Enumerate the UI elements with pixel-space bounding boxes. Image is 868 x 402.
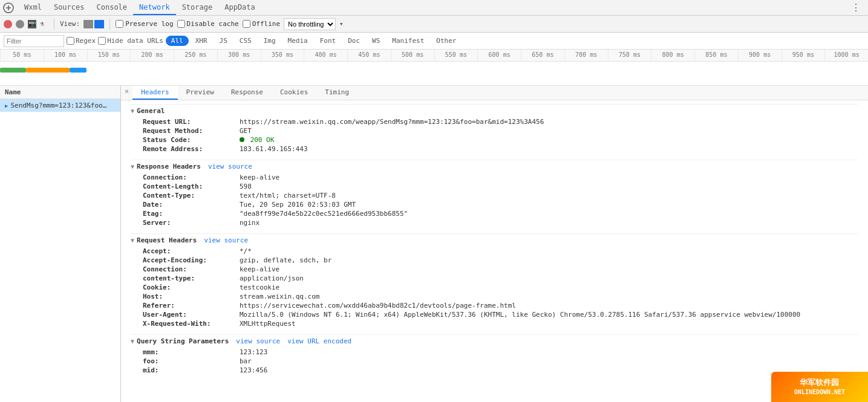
filter-chip-font[interactable]: Font: [315, 36, 342, 46]
prop-row: Server:nginx: [131, 218, 858, 227]
section-request-headers: ▼ Request Headers view source Accept:*/*…: [121, 230, 868, 331]
hide-data-checkbox[interactable]: [98, 37, 106, 45]
prop-row: X-Requested-With:XMLHttpRequest: [131, 319, 858, 328]
offline-checkbox[interactable]: [243, 20, 250, 28]
offline-label[interactable]: Offline: [243, 20, 280, 28]
right-panel: × Headers Preview Response Cookies Timin…: [121, 86, 868, 402]
throttle-select[interactable]: No throttling: [284, 18, 336, 30]
timeline-bar-connect: [26, 68, 70, 73]
view-grid-icon[interactable]: [94, 20, 104, 28]
section-query-string-header[interactable]: ▼ Query String Parameters view source vi…: [131, 334, 858, 348]
section-request-headers-header[interactable]: ▼ Request Headers view source: [131, 233, 858, 247]
tab-cookies[interactable]: Cookies: [272, 86, 316, 100]
section-response-headers: ▼ Response Headers view source Connectio…: [121, 156, 868, 230]
toggle-response-headers-icon: ▼: [131, 163, 134, 170]
tab-appdata[interactable]: AppData: [218, 1, 261, 15]
prop-row: foo:bar: [131, 357, 858, 366]
network-toolbar: 📷 ⚗ View: Preserve log Disable cache Off…: [0, 16, 868, 33]
regex-label[interactable]: Regex: [67, 37, 96, 45]
query-string-view-url-encoded[interactable]: view URL encoded: [287, 337, 351, 345]
regex-checkbox[interactable]: [67, 37, 74, 45]
watermark-text: 华军软件园 ONLINEDOWN.NET: [794, 378, 845, 396]
timeline-tick: 100 ms: [44, 50, 87, 61]
prop-row: Accept:*/*: [131, 247, 858, 256]
filter-chip-js[interactable]: JS: [214, 36, 233, 46]
prop-row: User-Agent:Mozilla/5.0 (Windows NT 6.1; …: [131, 310, 858, 319]
more-options-icon[interactable]: ⋮: [846, 2, 866, 13]
filter-button[interactable]: ⚗: [40, 20, 48, 28]
filter-chip-ws[interactable]: WS: [367, 36, 385, 46]
tab-network[interactable]: Network: [133, 1, 176, 15]
separator-2: [109, 19, 110, 30]
disable-cache-checkbox[interactable]: [177, 20, 185, 28]
timeline-tick: 600 ms: [477, 50, 521, 61]
timeline-tick: 750 ms: [608, 50, 651, 61]
timeline-bar-request: [70, 68, 87, 73]
view-toggle[interactable]: [83, 20, 104, 28]
timeline-tick: 650 ms: [521, 50, 564, 61]
right-panel-content: ▼ General Request URL: https://stream.we…: [121, 100, 868, 402]
timeline-tick: 800 ms: [651, 50, 694, 61]
section-response-headers-header[interactable]: ▼ Response Headers view source: [131, 160, 858, 173]
network-item-sendmsg[interactable]: ▶ SendMsg?mmm=123:123&foo...: [0, 99, 120, 112]
general-request-method: Request Method: GET: [131, 126, 858, 135]
preserve-log-checkbox[interactable]: [116, 20, 123, 28]
filter-chip-img[interactable]: Img: [258, 36, 281, 46]
tab-preview[interactable]: Preview: [178, 86, 223, 100]
filter-chip-all[interactable]: All: [166, 36, 189, 46]
section-general: ▼ General Request URL: https://stream.we…: [121, 100, 868, 156]
prop-row: Date:Tue, 20 Sep 2016 02:53:03 GMT: [131, 200, 858, 209]
filter-chip-media[interactable]: Media: [282, 36, 313, 46]
view-label: View:: [60, 20, 80, 28]
clear-button[interactable]: [16, 20, 24, 28]
hide-data-label[interactable]: Hide data URLs: [98, 37, 163, 45]
filter-chip-xhr[interactable]: XHR: [190, 36, 213, 46]
toggle-query-string-icon: ▼: [131, 338, 134, 345]
left-panel-header: Name: [0, 86, 120, 99]
disable-cache-label[interactable]: Disable cache: [177, 20, 239, 28]
filter-chip-css[interactable]: CSS: [234, 36, 257, 46]
prop-row: Content-Type:text/html; charset=UTF-8: [131, 191, 858, 200]
preserve-log-label[interactable]: Preserve log: [116, 20, 173, 28]
prop-row: Referer:https://servicewechat.com/wxdd46…: [131, 301, 858, 310]
timeline-bar-dns: [0, 68, 26, 73]
prop-row: mid:123:456: [131, 366, 858, 375]
tab-storage[interactable]: Storage: [176, 1, 219, 15]
tab-sources[interactable]: Sources: [48, 1, 91, 15]
record-button[interactable]: [4, 20, 12, 28]
timeline-tick: 350 ms: [261, 50, 304, 61]
filter-input[interactable]: [4, 35, 64, 47]
request-headers-view-source[interactable]: view source: [204, 236, 248, 244]
filter-bar: Regex Hide data URLs AllXHRJSCSSImgMedia…: [0, 33, 868, 50]
close-panel-button[interactable]: ×: [121, 86, 132, 100]
camera-button[interactable]: 📷: [28, 20, 36, 28]
query-string-fields: mmm:123:123foo:barmid:123:456: [131, 348, 858, 375]
section-general-header[interactable]: ▼ General: [131, 104, 858, 117]
timeline-tick: 300 ms: [217, 50, 261, 61]
filter-chip-manifest[interactable]: Manifest: [387, 36, 429, 46]
tab-wxml[interactable]: Wxml: [18, 1, 48, 15]
tab-headers[interactable]: Headers: [132, 86, 177, 100]
item-type-icon: ▶: [5, 103, 8, 109]
response-headers-view-source[interactable]: view source: [208, 163, 252, 170]
query-string-view-source[interactable]: view source: [236, 337, 280, 345]
tab-console[interactable]: Console: [90, 1, 133, 15]
prop-row: Cookie:testcookie: [131, 283, 858, 292]
timeline-tick: 450 ms: [347, 50, 391, 61]
prop-row: Content-Length:598: [131, 182, 858, 191]
general-status-code: Status Code: 200 OK: [131, 135, 858, 144]
timeline-tick: 200 ms: [130, 50, 174, 61]
status-ok-text: 200 OK: [250, 136, 275, 144]
prop-row: Connection:keep-alive: [131, 173, 858, 182]
devtools-tab-bar: Wxml Sources Console Network Storage App…: [0, 0, 868, 16]
timeline-tick: 150 ms: [87, 50, 131, 61]
tab-response[interactable]: Response: [223, 86, 272, 100]
tab-timing[interactable]: Timing: [316, 86, 357, 100]
view-list-icon[interactable]: [83, 20, 93, 28]
devtools-logo-icon: [2, 2, 15, 14]
timeline-tick: 400 ms: [304, 50, 347, 61]
filter-chip-other[interactable]: Other: [431, 36, 462, 46]
throttle-dropdown-icon[interactable]: ▾: [339, 20, 344, 28]
filter-chip-doc[interactable]: Doc: [342, 36, 365, 46]
prop-row: Host:stream.weixin.qq.com: [131, 292, 858, 301]
